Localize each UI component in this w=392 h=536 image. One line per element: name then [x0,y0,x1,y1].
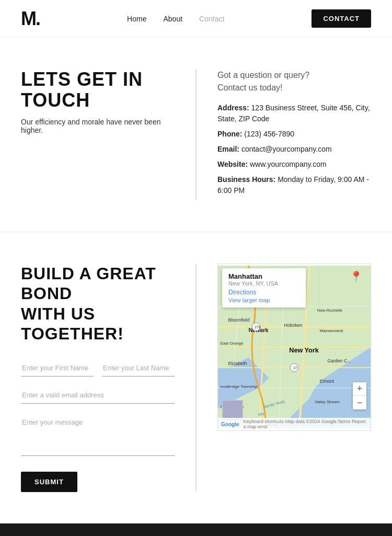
address-label: Address: [217,104,249,112]
section-title: LETS GET IN TOUCH [21,69,175,110]
map-footer-text: Keyboard shortcuts Map data ©2024 Google… [243,419,367,429]
svg-text:East Orange: East Orange [221,341,244,346]
query-line1: Got a question or query? [217,71,309,79]
map-location-name: Manhattan [228,272,299,280]
phone-value: (123) 456-7890 [244,130,294,138]
svg-text:Mamaroneck: Mamaroneck [320,328,343,333]
footer: M. ADDRESS 123 Business Street, Suite 45… [0,523,392,536]
map-container[interactable]: Clifton Bloomfield East Orange Elizabeth… [217,264,371,431]
phone-label: Phone: [217,130,242,138]
hours-row: Business Hours: Monday to Friday, 9:00 A… [217,174,371,196]
bond-title: BUILD A GREAT BOND WITH US TOGETHER! [21,264,175,344]
svg-text:Valley Stream: Valley Stream [315,400,340,404]
email-value: contact@yourcompany.com [241,145,332,153]
last-name-input[interactable] [102,360,175,377]
map-footer: Google Keyboard shortcuts Map data ©2024… [218,418,371,430]
map-popup: Manhattan New York, NY, USA Directions V… [222,268,306,307]
logo: M. [21,9,40,28]
contact-form: SUBMIT [21,360,175,492]
svg-text:27: 27 [293,366,297,370]
map-pin-icon: 📍 [350,270,360,281]
svg-text:loodbridge Township: loodbridge Township [221,384,258,389]
query-line2: Contact us today! [217,83,283,92]
submit-button[interactable]: SUBMIT [21,472,77,492]
bond-title-line1: BUILD A GREAT BOND [21,264,156,303]
bond-section: BUILD A GREAT BOND WITH US TOGETHER! SUB… [0,232,392,523]
svg-text:New Rochelle: New Rochelle [317,308,342,313]
svg-text:Hoboken: Hoboken [284,323,303,328]
bond-title-line2: WITH US TOGETHER! [21,304,124,343]
logo-text: M [21,9,36,28]
phone-row: Phone: (123) 456-7890 [217,129,371,140]
website-row: Website: www.yourcompany.com [217,159,371,170]
nav-link-contact[interactable]: Contact [199,15,224,23]
map-location-sub: New York, NY, USA [228,280,299,287]
svg-text:Elizabeth: Elizabeth [228,361,247,366]
website-label: Website: [217,160,248,168]
contact-details: Address: 123 Business Street, Suite 456,… [217,102,371,196]
contact-info-section: LETS GET IN TOUCH Our efficiency and mor… [0,38,392,232]
section-subtitle: Our efficiency and morale have never bee… [21,118,175,134]
map-zoom-in[interactable]: + [353,382,366,396]
contact-query: Got a question or query? Contact us toda… [217,69,371,94]
first-name-input[interactable] [21,360,94,377]
nav-link-home[interactable]: Home [127,15,146,23]
map-view-larger[interactable]: View larger map [228,297,299,303]
message-input[interactable] [21,414,175,456]
map-zoom-controls: + − [353,382,366,409]
svg-text:278: 278 [255,325,261,329]
svg-text:Bloomfield: Bloomfield [228,317,249,323]
navigation: M. Home About Contact CONTACT [0,0,392,38]
logo-dot: . [36,9,40,28]
svg-text:Elmont: Elmont [320,379,335,384]
website-value: www.yourcompany.com [250,160,327,168]
svg-text:Garden C...: Garden C... [327,358,351,363]
svg-text:New York: New York [289,347,319,354]
email-input[interactable] [21,387,175,404]
google-logo: Google [221,421,239,427]
name-row [21,360,175,377]
email-row: Email: contact@yourcompany.com [217,144,371,155]
contact-button[interactable]: CONTACT [312,9,371,28]
bond-right-panel: Clifton Bloomfield East Orange Elizabeth… [197,264,371,492]
bond-left-panel: BUILD A GREAT BOND WITH US TOGETHER! SUB… [21,264,197,492]
nav-links: Home About Contact [127,15,224,23]
address-row: Address: 123 Business Street, Suite 456,… [217,102,371,124]
nav-link-about[interactable]: About [163,15,182,23]
email-label: Email: [217,145,239,153]
contact-left-panel: LETS GET IN TOUCH Our efficiency and mor… [21,69,197,200]
hours-label: Business Hours: [217,175,275,184]
map-directions-link[interactable]: Directions [228,289,256,296]
map-zoom-out[interactable]: − [353,396,366,409]
contact-right-panel: Got a question or query? Contact us toda… [197,69,371,200]
